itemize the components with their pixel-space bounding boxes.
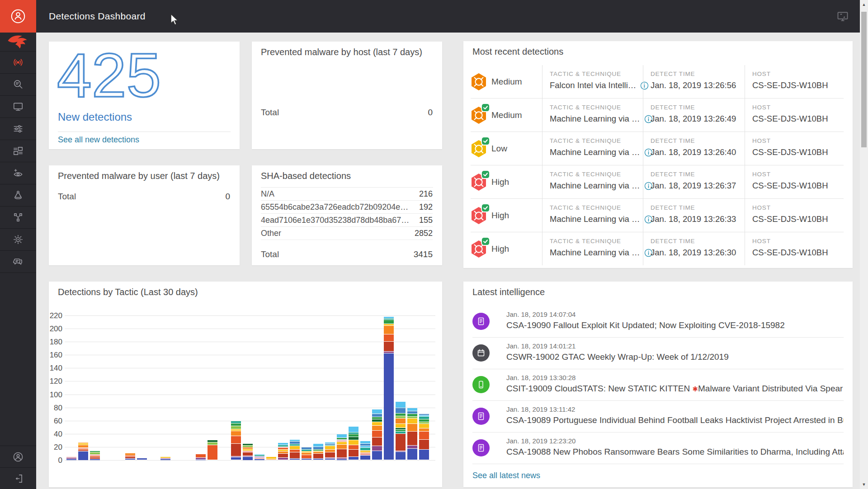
detect-time-value: Jan. 18, 2019 13:26:49 (651, 114, 745, 124)
detect-time-column-header: DETECT TIME (651, 238, 745, 244)
severity-label: Low (491, 144, 507, 154)
intel-item[interactable]: Jan. 18, 2019 13:30:28 CSIT-19009 CloudS… (472, 369, 844, 401)
see-all-latest-news-link[interactable]: See all latest news (472, 471, 540, 480)
stacked-bar[interactable] (208, 440, 217, 460)
sidebar-item-sandbox[interactable] (0, 184, 36, 207)
intel-title: CSA-19090 Fallout Exploit Kit Updated; N… (506, 320, 844, 330)
scrollbar-thumb[interactable] (861, 12, 867, 147)
bar-segment (337, 442, 347, 444)
bar-segment (349, 457, 359, 460)
detect-time-value: Jan. 18, 2019 13:26:37 (651, 181, 745, 191)
sidebar-item-logout[interactable] (0, 467, 36, 489)
most-recent-detections-card: Most recent detections Medium TACTIC & T… (463, 41, 853, 268)
bar-segment (208, 442, 217, 445)
stacked-bar[interactable] (384, 317, 394, 460)
sha-row[interactable]: 65554b6cabe23a726eadcb72b09204e63afc6a76… (261, 201, 433, 214)
sidebar-item-configuration[interactable] (0, 118, 36, 140)
sidebar-item-profile[interactable] (0, 446, 36, 467)
y-axis-tick-label: 20 (49, 443, 62, 452)
prevented-malware-user-card: Prevented malware by user (last 7 days) … (49, 165, 240, 265)
detection-row[interactable]: Medium TACTIC & TECHNIQUE Falcon Intel v… (471, 65, 844, 99)
intel-item[interactable]: Jan. 18, 2019 12:23:20 CSA-19088 New Pho… (472, 433, 844, 464)
stacked-bar[interactable] (278, 443, 288, 460)
bar-segment (78, 442, 88, 443)
stacked-bar[interactable] (349, 427, 359, 460)
stacked-bar[interactable] (396, 402, 406, 460)
bar-segment (90, 459, 100, 460)
stacked-bar[interactable] (137, 458, 147, 460)
scroll-up-arrow[interactable]: ▲ (860, 1, 868, 8)
stacked-bar[interactable] (90, 451, 100, 460)
stacked-bar[interactable] (290, 440, 300, 460)
sidebar-item-intelligence[interactable] (0, 162, 36, 184)
stacked-bar[interactable] (231, 421, 241, 460)
stacked-bar[interactable] (266, 457, 276, 460)
stacked-bar[interactable] (196, 454, 206, 460)
bar-segment (372, 422, 382, 426)
sha-row[interactable]: Other 2852 (261, 227, 433, 240)
detection-row[interactable]: Medium TACTIC & TECHNIQUE Machine Learni… (471, 99, 844, 132)
stacked-bar[interactable] (313, 444, 323, 460)
stacked-bar[interactable] (419, 414, 429, 460)
bar-segment (160, 458, 170, 459)
sidebar-item-detections[interactable] (0, 52, 36, 74)
stacked-bar[interactable] (160, 457, 170, 460)
stacked-bar[interactable] (372, 409, 382, 460)
sidebar-item-dashboards[interactable] (0, 140, 36, 162)
sha-row[interactable]: 4ead7106e1e370d35238d78db48ba677647a28f8… (261, 214, 433, 227)
stacked-bar[interactable] (255, 454, 264, 460)
intel-item[interactable]: Jan. 18, 2019 13:11:42 CSA-19089 Portugu… (472, 401, 844, 433)
bar-segment (396, 451, 406, 452)
see-all-new-detections-link[interactable]: See all new detections (58, 135, 139, 145)
bar-segment (78, 450, 88, 451)
page-title: Detections Dashboard (49, 11, 146, 22)
bar-segment (290, 444, 300, 446)
detection-row[interactable]: High TACTIC & TECHNIQUE Machine Learning… (471, 165, 844, 199)
stacked-bar[interactable] (125, 453, 135, 460)
sidebar-item-response[interactable] (0, 229, 36, 251)
sidebar-item-support[interactable] (0, 251, 36, 273)
detection-row[interactable]: High TACTIC & TECHNIQUE Machine Learning… (471, 199, 844, 232)
sidebar-item-hosts[interactable] (0, 96, 36, 118)
bar-segment (360, 453, 370, 455)
stacked-bar[interactable] (337, 434, 347, 460)
bar-segment (372, 437, 382, 446)
scroll-down-arrow[interactable]: ▼ (860, 481, 868, 488)
bar-segment (407, 424, 417, 431)
user-menu-tile[interactable] (0, 0, 36, 33)
stacked-bar[interactable] (78, 442, 88, 461)
page-scrollbar[interactable]: ▲ ▼ (860, 0, 868, 489)
resolved-check-icon (481, 136, 490, 146)
intel-item[interactable]: Jan. 18, 2019 14:01:21 CSWR-19002 GTAC W… (472, 338, 844, 369)
bar-segment (396, 428, 406, 429)
stacked-bar[interactable] (302, 447, 311, 460)
remote-screen-icon[interactable] (836, 10, 849, 24)
stacked-bar[interactable] (325, 442, 335, 460)
crowdstrike-logo[interactable] (0, 33, 36, 52)
intel-title: CSWR-19002 GTAC Weekly Wrap-Up: Week of … (506, 352, 844, 362)
bar-segment (360, 448, 370, 450)
gridline (65, 368, 435, 368)
detection-row[interactable]: High TACTIC & TECHNIQUE Machine Learning… (471, 232, 844, 265)
stacked-bar[interactable] (360, 441, 370, 460)
intel-timestamp: Jan. 18, 2019 13:30:28 (506, 374, 576, 381)
sidebar-item-investigate[interactable] (0, 74, 36, 96)
bar-segment (337, 434, 347, 437)
sha-row[interactable]: N/A 216 (261, 188, 433, 201)
bar-segment (231, 431, 241, 436)
total-label: Total (261, 249, 279, 259)
y-axis-tick-label: 120 (49, 377, 62, 386)
stacked-bar[interactable] (407, 408, 417, 460)
stacked-bar[interactable] (66, 457, 76, 460)
intel-item[interactable]: Jan. 18, 2019 14:07:04 CSA-19090 Fallout… (472, 306, 844, 338)
detections-icon (12, 56, 24, 68)
bar-segment (360, 446, 370, 447)
intel-timestamp: Jan. 18, 2019 12:23:20 (506, 437, 576, 445)
stacked-bar[interactable] (243, 444, 253, 460)
bar-segment (325, 446, 335, 449)
resolved-check-icon (481, 203, 490, 212)
sidebar-item-graph[interactable] (0, 207, 36, 229)
severity-label: High (491, 211, 509, 221)
host-cell: HOST CS-SE-DJS-W10BH (745, 65, 844, 98)
detection-row[interactable]: Low TACTIC & TECHNIQUE Machine Learning … (471, 132, 844, 165)
